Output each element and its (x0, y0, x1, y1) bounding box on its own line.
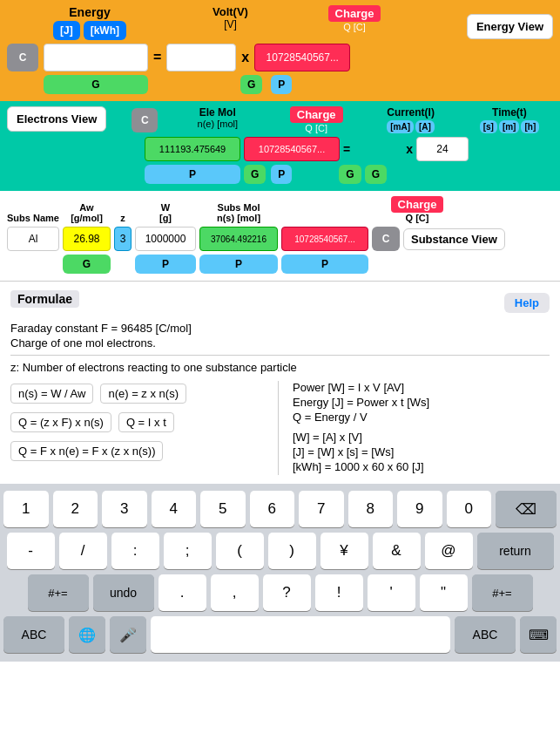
key-exclaim[interactable]: ! (315, 574, 363, 611)
energy-input-blank[interactable] (166, 44, 236, 71)
key-7[interactable]: 7 (299, 491, 344, 527)
energy-g2[interactable]: G (240, 75, 262, 94)
key-delete[interactable]: ⌫ (496, 491, 557, 527)
keyboard-row-symbols: - / : ; ( ) ¥ & @ return (3, 533, 557, 569)
key-8[interactable]: 8 (348, 491, 394, 527)
key-abc-left[interactable]: ABC (3, 616, 64, 653)
btn-m[interactable]: [m] (499, 120, 520, 133)
key-semicolon[interactable]: ; (164, 533, 212, 569)
key-question[interactable]: ? (263, 574, 311, 611)
charge-header-substance: Charge Q [C] (281, 196, 553, 223)
substance-input-w[interactable]: 1000000 (135, 227, 196, 251)
energy-p[interactable]: P (271, 75, 292, 94)
key-6[interactable]: 6 (250, 491, 295, 527)
formulae-line2: Charge of one mol electrons. (10, 336, 550, 350)
energy-g1[interactable]: G (44, 75, 148, 94)
substance-view-button[interactable]: Substance View (403, 228, 505, 250)
btn-ma[interactable]: [mA] (387, 120, 414, 133)
btn-joules[interactable]: [J] (53, 21, 80, 40)
electrons-input-charge[interactable]: 10728540567... (244, 137, 340, 161)
key-5[interactable]: 5 (200, 491, 246, 527)
formulae-line3: z: Number of electrons reacting to one s… (10, 361, 550, 374)
substance-section: Subs Name Aw[g/mol] z W[g] Subs Moln(s) … (0, 191, 560, 282)
energy-section: Energy [J] [kWh] Volt(V) [V] Charge Q [C… (0, 0, 560, 101)
energy-input-value[interactable] (44, 44, 148, 71)
key-undo[interactable]: undo (93, 574, 154, 611)
volt-sub: [V] (213, 18, 248, 31)
key-open-paren[interactable]: ( (216, 533, 264, 569)
key-keyboard-icon[interactable]: ⌨ (520, 616, 557, 653)
key-0[interactable]: 0 (447, 491, 492, 527)
key-period[interactable]: . (159, 574, 206, 611)
substance-input-charge[interactable]: 10728540567... (281, 227, 368, 251)
energy-view-button[interactable]: Energy View (467, 14, 553, 39)
substance-g1[interactable]: G (63, 255, 111, 274)
key-mic[interactable]: 🎤 (110, 616, 146, 653)
ele-mol-label: Ele Mol (199, 106, 236, 119)
right-line5: [J] = [W] x [s] = [Ws] (293, 445, 550, 458)
key-spacebar[interactable] (151, 616, 450, 653)
electrons-equals: = (343, 142, 350, 156)
substance-p3[interactable]: P (281, 255, 368, 274)
volt-label: Volt(V) (213, 5, 248, 18)
formula2-left: Q = (z x F) x n(s) (10, 412, 111, 432)
charge-qc-electrons: Q [C] (305, 123, 327, 133)
energy-c-button[interactable]: C (7, 44, 38, 71)
key-hashplus[interactable]: #+= (28, 574, 89, 611)
substance-input-z[interactable]: 3 (114, 227, 132, 251)
key-4[interactable]: 4 (152, 491, 197, 527)
key-globe[interactable]: 🌐 (69, 616, 105, 653)
time-label: Time(t) (492, 106, 527, 119)
key-colon[interactable]: : (111, 533, 159, 569)
electrons-input-time[interactable]: 24 (416, 137, 469, 161)
electrons-times: x (406, 142, 413, 156)
btn-a[interactable]: [A] (415, 120, 435, 133)
key-return[interactable]: return (477, 533, 554, 569)
substance-input-subs-mol[interactable]: 37064.492216 (199, 227, 278, 251)
electrons-g1[interactable]: G (244, 165, 266, 184)
right-line6: [kWh] = 1000 x 60 x 60 [J] (293, 460, 550, 473)
key-at[interactable]: @ (425, 533, 473, 569)
key-minus[interactable]: - (7, 533, 55, 569)
substance-input-name[interactable]: Al (7, 227, 59, 251)
key-close-paren[interactable]: ) (268, 533, 316, 569)
btn-h[interactable]: [h] (521, 120, 539, 133)
right-line2: Energy [J] = Power x t [Ws] (293, 396, 550, 409)
electrons-p2[interactable]: P (271, 165, 292, 184)
electrons-g2[interactable]: G (339, 165, 361, 184)
electrons-p1[interactable]: P (145, 165, 240, 184)
key-ampersand[interactable]: & (373, 533, 421, 569)
electrons-g3[interactable]: G (365, 165, 387, 184)
charge-qc-energy: Q [C] (343, 22, 366, 32)
btn-kwh[interactable]: [kWh] (84, 21, 126, 40)
key-hashplus2[interactable]: #+= (472, 574, 533, 611)
substance-p1[interactable]: P (135, 255, 196, 274)
key-2[interactable]: 2 (53, 491, 98, 527)
help-button[interactable]: Help (504, 293, 550, 313)
substance-p2[interactable]: P (199, 255, 278, 274)
substance-c-button[interactable]: C (372, 227, 400, 251)
btn-s[interactable]: [s] (480, 120, 497, 133)
electrons-view-button[interactable]: Electrons View (7, 106, 106, 132)
key-quote[interactable]: " (420, 574, 468, 611)
key-slash[interactable]: / (59, 533, 107, 569)
key-abc-right[interactable]: ABC (455, 616, 516, 653)
formulae-left-col: n(s) = W / Aw n(e) = z x n(s) Q = (z x F… (10, 381, 278, 475)
electrons-c-button[interactable]: C (132, 108, 158, 132)
current-label: Current(I) (387, 106, 435, 119)
key-9[interactable]: 9 (397, 491, 442, 527)
keyboard-row-extra: #+= undo . , ? ! ' " #+= (3, 574, 557, 611)
electrons-input-ele[interactable]: 111193.475649 (145, 137, 240, 161)
charge-header-energy: Charge (328, 5, 381, 22)
subs-mol-header: Subs Moln(s) [mol] (199, 202, 278, 223)
substance-input-aw[interactable]: 26.98 (63, 227, 111, 251)
energy-input-charge[interactable]: 10728540567... (254, 44, 350, 71)
formula1-left: n(s) = W / Aw (10, 384, 93, 404)
key-yen[interactable]: ¥ (320, 533, 368, 569)
key-3[interactable]: 3 (102, 491, 147, 527)
key-apostrophe[interactable]: ' (368, 574, 415, 611)
right-line3: Q = Energy / V (293, 411, 550, 424)
key-comma[interactable]: , (211, 574, 259, 611)
keyboard-row-bottom: ABC 🌐 🎤 ABC ⌨ (3, 616, 557, 653)
key-1[interactable]: 1 (3, 491, 49, 527)
